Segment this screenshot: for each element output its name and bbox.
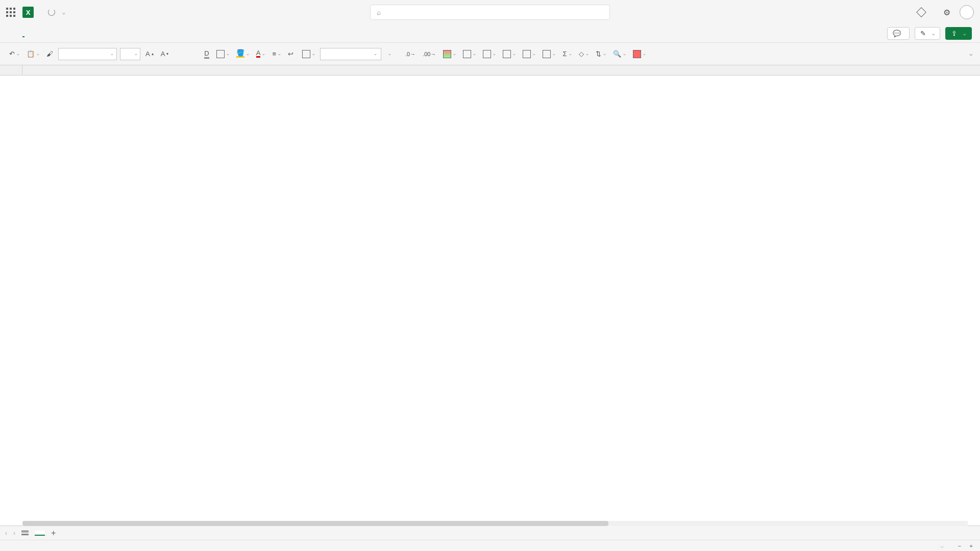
- status-bar: ⌵ − +: [0, 540, 980, 551]
- tab-daten[interactable]: [94, 30, 96, 37]
- borders-button[interactable]: ⌵: [214, 48, 231, 60]
- sort-filter-button[interactable]: ⇅⌵: [594, 48, 608, 59]
- titlebar-right: ⚙: [918, 5, 974, 19]
- settings-icon[interactable]: ⚙: [943, 8, 950, 17]
- tab-ansicht[interactable]: [122, 30, 125, 37]
- titlebar-left: ⌵: [6, 7, 65, 18]
- font-size-select[interactable]: ⌵: [120, 48, 140, 60]
- title-bar: ⌵ ⌕ ⚙: [0, 0, 980, 24]
- sheet-prev-button[interactable]: ‹: [5, 530, 7, 537]
- tab-hilfe[interactable]: [137, 30, 139, 37]
- search-icon: ⌕: [377, 8, 381, 16]
- user-avatar[interactable]: [960, 5, 974, 19]
- menu-bar: 💬 ✎⌵ ⇪⌵: [0, 24, 980, 43]
- status-right: ⌵ − +: [940, 542, 973, 549]
- comment-icon: 💬: [893, 30, 901, 37]
- zoom-in-button[interactable]: +: [969, 543, 973, 549]
- chevron-down-icon: ⌵: [932, 31, 935, 36]
- decrease-font-button[interactable]: A▾: [159, 48, 171, 59]
- font-family-select[interactable]: ⌵: [58, 48, 117, 60]
- tab-seitenlayout[interactable]: [65, 30, 67, 37]
- zoom-controls: − +: [958, 543, 973, 549]
- tab-teilen[interactable]: [51, 30, 53, 37]
- italic-button[interactable]: [181, 53, 185, 56]
- chevron-down-icon: ⌵: [963, 31, 966, 36]
- zoom-out-button[interactable]: −: [958, 543, 962, 549]
- cell-styles-button[interactable]: ⌵: [481, 48, 498, 60]
- edit-button[interactable]: ✎⌵: [915, 27, 940, 40]
- app-launcher-icon[interactable]: [6, 8, 15, 17]
- undo-button[interactable]: ↶⌵: [7, 48, 21, 59]
- menu-tabs: [8, 30, 153, 37]
- excel-icon: [22, 7, 34, 18]
- format-cells-button[interactable]: ⌵: [541, 48, 557, 60]
- strikethrough-button[interactable]: [195, 53, 199, 56]
- search-box[interactable]: ⌕: [370, 5, 610, 20]
- format-table-button[interactable]: ⌵: [461, 48, 478, 60]
- fill-color-button[interactable]: 🪣⌵: [234, 48, 251, 59]
- sheet-tab-active[interactable]: [35, 531, 45, 536]
- merge-button[interactable]: ⌵: [300, 48, 317, 60]
- align-button[interactable]: ≡⌵: [270, 48, 283, 59]
- conditional-format-button[interactable]: ⌵: [441, 48, 458, 60]
- scrollbar-thumb[interactable]: [22, 521, 608, 526]
- paste-button[interactable]: 📋⌵: [24, 48, 41, 59]
- tab-zeichnen[interactable]: [151, 30, 153, 37]
- double-underline-button[interactable]: D: [202, 48, 211, 60]
- font-color-button[interactable]: A⌵: [254, 48, 267, 59]
- insert-cells-button[interactable]: ⌵: [501, 48, 518, 60]
- tab-formeln[interactable]: [80, 30, 82, 37]
- share-icon: ⇪: [951, 30, 957, 37]
- doc-menu-caret[interactable]: ⌵: [62, 10, 65, 15]
- increase-font-button[interactable]: A▴: [143, 48, 156, 59]
- format-painter-button[interactable]: 🖌: [44, 48, 55, 59]
- cells-area[interactable]: [22, 76, 980, 525]
- tab-ueberpruefen[interactable]: [108, 30, 110, 37]
- menu-right: 💬 ✎⌵ ⇪⌵: [887, 27, 972, 40]
- tab-datei[interactable]: [8, 30, 10, 37]
- sync-icon[interactable]: [48, 9, 55, 16]
- pencil-icon: ✎: [920, 30, 926, 37]
- wrap-icon: ↩: [288, 50, 293, 58]
- share-button[interactable]: ⇪⌵: [945, 27, 972, 40]
- expand-ribbon-button[interactable]: ⌵: [969, 51, 973, 57]
- tab-einfuegen[interactable]: [37, 30, 39, 37]
- delete-cells-button[interactable]: ⌵: [521, 48, 537, 60]
- horizontal-scrollbar[interactable]: [22, 521, 968, 526]
- underline-button[interactable]: [188, 53, 192, 56]
- status-caret[interactable]: ⌵: [940, 542, 944, 549]
- autosum-button[interactable]: Σ⌵: [560, 48, 573, 59]
- number-format-select[interactable]: ⌵: [320, 48, 381, 60]
- column-headers: [22, 65, 980, 76]
- sheet-tab-bar: ‹ › +: [0, 525, 980, 540]
- percent-button[interactable]: [396, 53, 400, 56]
- all-sheets-button[interactable]: [21, 531, 29, 535]
- comments-button[interactable]: 💬: [887, 27, 910, 40]
- tab-start[interactable]: [22, 30, 24, 37]
- find-button[interactable]: 🔍⌵: [611, 48, 628, 59]
- spreadsheet-grid[interactable]: [0, 76, 980, 525]
- decrease-decimal-button[interactable]: .00→: [421, 49, 438, 59]
- select-all-corner[interactable]: [0, 65, 22, 76]
- increase-decimal-button[interactable]: .0→: [403, 49, 418, 59]
- ribbon-toolbar: ↶⌵ 📋⌵ 🖌 ⌵ ⌵ A▴ A▾ D ⌵ 🪣⌵ A⌵ ≡⌵ ↩ ⌵ ⌵ ⌵ .…: [0, 43, 980, 65]
- clear-button[interactable]: ◇⌵: [577, 48, 591, 59]
- premium-icon: [916, 7, 926, 17]
- sheet-next-button[interactable]: ›: [13, 530, 15, 537]
- bold-button[interactable]: [174, 53, 178, 56]
- wrap-text-button[interactable]: ↩: [286, 48, 297, 59]
- add-sheet-button[interactable]: +: [51, 529, 56, 538]
- currency-button[interactable]: ⌵: [384, 50, 393, 58]
- addins-button[interactable]: ⌵: [631, 48, 648, 60]
